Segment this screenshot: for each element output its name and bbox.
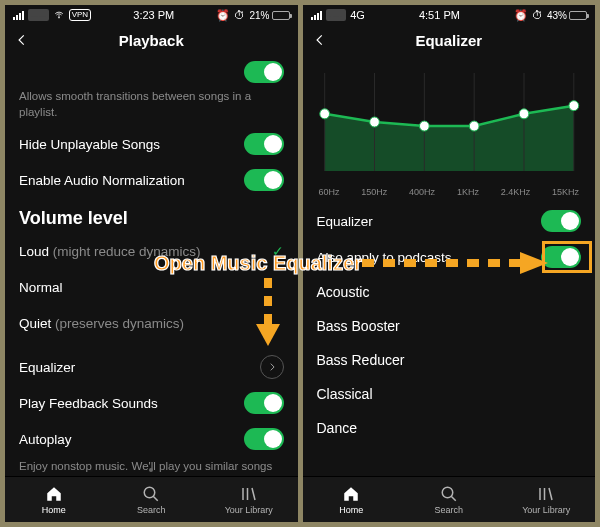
eq-preset-acoustic[interactable]: Acoustic: [317, 275, 582, 309]
nav-home[interactable]: Home: [5, 477, 103, 522]
podcasts-row[interactable]: Also apply to podcasts: [317, 239, 582, 275]
svg-point-13: [568, 101, 578, 111]
eq-xaxis: 60Hz150Hz400Hz1KHz2.4KHz15KHz: [317, 187, 582, 203]
eq-tick-label: 400Hz: [409, 187, 435, 197]
carrier-hidden: ----: [28, 9, 49, 21]
volume-quiet-row[interactable]: Quiet (preserves dynamics): [19, 305, 284, 341]
network-label: 4G: [350, 9, 365, 21]
volume-quiet-note: (preserves dynamics): [55, 316, 184, 331]
eq-tick-label: 150Hz: [361, 187, 387, 197]
autoplay-toggle[interactable]: [244, 428, 284, 450]
screen-header: Equalizer: [303, 23, 596, 57]
audio-norm-row[interactable]: Enable Audio Normalization: [19, 162, 284, 198]
volume-level-section: Volume level: [19, 198, 284, 233]
svg-point-0: [58, 17, 59, 18]
feedback-label: Play Feedback Sounds: [19, 396, 158, 411]
nav-home-label: Home: [339, 505, 363, 515]
nav-library-label: Your Library: [225, 505, 273, 515]
page-title: Equalizer: [415, 32, 482, 49]
svg-point-9: [369, 117, 379, 127]
battery-icon: [569, 11, 587, 20]
alarm-icon: ⏰: [216, 9, 230, 22]
svg-point-12: [519, 109, 529, 119]
check-icon: ✓: [272, 243, 284, 259]
chevron-right-icon[interactable]: [260, 355, 284, 379]
nav-search[interactable]: Search: [103, 477, 201, 522]
equalizer-screen: ---- 4G 4:51 PM ⏰ ⏱ 43% Equalizer: [303, 5, 596, 522]
volume-loud-label: Loud: [19, 244, 49, 259]
page-title: Playback: [119, 32, 184, 49]
bottom-nav: Home Search Your Library: [303, 476, 596, 522]
hide-unplayable-label: Hide Unplayable Songs: [19, 137, 160, 152]
nav-library[interactable]: Your Library: [200, 477, 298, 522]
eq-tick-label: 15KHz: [552, 187, 579, 197]
svg-point-1: [145, 487, 156, 498]
podcasts-toggle[interactable]: [541, 246, 581, 268]
status-bar: ---- VPN 3:23 PM ⏰ ⏱ 21%: [5, 5, 298, 23]
equalizer-toggle-label: Equalizer: [317, 214, 373, 229]
nav-search-label: Search: [434, 505, 463, 515]
eq-preset-classical[interactable]: Classical: [317, 377, 582, 411]
equalizer-row[interactable]: Equalizer: [19, 349, 284, 385]
nav-library[interactable]: Your Library: [498, 477, 596, 522]
automix-toggle[interactable]: [244, 61, 284, 83]
automix-row[interactable]: [19, 57, 284, 87]
autoplay-label: Autoplay: [19, 432, 72, 447]
eq-tick-label: 60Hz: [319, 187, 340, 197]
vpn-badge: VPN: [69, 9, 91, 21]
status-time: 3:23 PM: [133, 9, 174, 21]
svg-point-11: [469, 121, 479, 131]
equalizer-toggle-row[interactable]: Equalizer: [317, 203, 582, 239]
nav-search-label: Search: [137, 505, 166, 515]
nav-search[interactable]: Search: [400, 477, 498, 522]
back-button[interactable]: [309, 29, 331, 51]
status-time: 4:51 PM: [419, 9, 460, 21]
automix-hint: Allows smooth transitions between songs …: [19, 87, 284, 126]
eq-preset-bass-reducer[interactable]: Bass Reducer: [317, 343, 582, 377]
hide-unplayable-row[interactable]: Hide Unplayable Songs: [19, 126, 284, 162]
wifi-icon: [53, 10, 65, 20]
bottom-nav: Home Search Your Library: [5, 476, 298, 522]
volume-loud-note: (might reduce dynamics): [53, 244, 201, 259]
nav-library-label: Your Library: [522, 505, 570, 515]
nav-home-label: Home: [42, 505, 66, 515]
feedback-toggle[interactable]: [244, 392, 284, 414]
autoplay-hint: Enjoy nonstop music. We'll play you simi…: [19, 457, 284, 476]
signal-icon: [13, 11, 24, 20]
volume-normal-row[interactable]: Normal: [19, 269, 284, 305]
podcasts-label: Also apply to podcasts: [317, 250, 452, 265]
battery-pct: 21%: [249, 10, 269, 21]
equalizer-label: Equalizer: [19, 360, 75, 375]
nav-home[interactable]: Home: [303, 477, 401, 522]
audio-norm-label: Enable Audio Normalization: [19, 173, 185, 188]
carrier-hidden: ----: [326, 9, 347, 21]
alarm2-icon: ⏱: [532, 9, 543, 21]
status-bar: ---- 4G 4:51 PM ⏰ ⏱ 43%: [303, 5, 596, 23]
eq-tick-label: 1KHz: [457, 187, 479, 197]
screen-header: Playback: [5, 23, 298, 57]
equalizer-toggle[interactable]: [541, 210, 581, 232]
feedback-row[interactable]: Play Feedback Sounds: [19, 385, 284, 421]
eq-tick-label: 2.4KHz: [501, 187, 531, 197]
svg-point-8: [319, 109, 329, 119]
alarm2-icon: ⏱: [234, 9, 245, 21]
hide-unplayable-toggle[interactable]: [244, 133, 284, 155]
eq-preset-dance[interactable]: Dance: [317, 411, 582, 445]
volume-quiet-label: Quiet: [19, 316, 51, 331]
autoplay-row[interactable]: Autoplay: [19, 421, 284, 457]
battery-icon: [272, 11, 290, 20]
equalizer-chart[interactable]: [313, 61, 586, 183]
alarm-icon: ⏰: [514, 9, 528, 22]
page-indicator: [149, 468, 153, 472]
volume-normal-label: Normal: [19, 280, 63, 295]
signal-icon: [311, 11, 322, 20]
svg-point-14: [442, 487, 453, 498]
back-button[interactable]: [11, 29, 33, 51]
volume-loud-row[interactable]: Loud (might reduce dynamics) ✓: [19, 233, 284, 269]
playback-screen: ---- VPN 3:23 PM ⏰ ⏱ 21%: [5, 5, 298, 522]
audio-norm-toggle[interactable]: [244, 169, 284, 191]
svg-point-10: [419, 121, 429, 131]
eq-preset-bass-booster[interactable]: Bass Booster: [317, 309, 582, 343]
battery-pct: 43%: [547, 10, 567, 21]
